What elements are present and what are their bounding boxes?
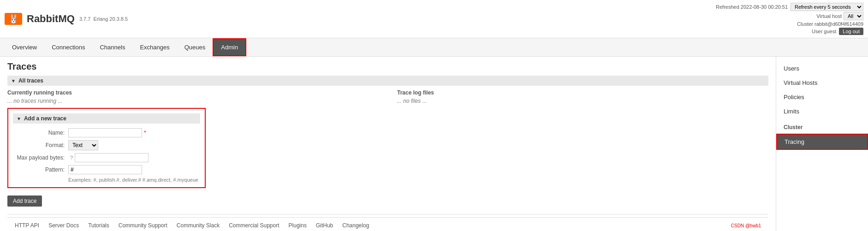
top-right-panel: Refreshed 2022-08-30 00:20:51 Refresh ev… bbox=[716, 3, 863, 35]
required-mark: * bbox=[144, 130, 146, 136]
virtual-host-row: Virtual host All bbox=[816, 12, 863, 20]
nav-admin[interactable]: Admin bbox=[213, 38, 246, 56]
format-row: Format: Text Binary bbox=[13, 140, 200, 150]
nav-channels[interactable]: Channels bbox=[92, 39, 132, 55]
refresh-row: Refreshed 2022-08-30 00:20:51 Refresh ev… bbox=[716, 3, 863, 11]
max-payload-label: Max payload bytes: bbox=[13, 154, 68, 161]
running-label: Currently running traces bbox=[7, 89, 379, 96]
sidebar: Users Virtual Hosts Policies Limits Clus… bbox=[776, 57, 868, 231]
cluster-row: Cluster rabbit@d60f4f614409 bbox=[797, 21, 863, 27]
running-traces-col: Currently running traces ... no traces r… bbox=[7, 89, 379, 104]
max-payload-row: Max payload bytes: ? bbox=[13, 153, 200, 162]
main-layout: Traces ▼ All traces Currently running tr… bbox=[0, 57, 868, 231]
footer-divider bbox=[7, 214, 768, 214]
logo-icon: 🐰 bbox=[5, 13, 22, 25]
nav-queues[interactable]: Queues bbox=[177, 39, 213, 55]
all-traces-label: All traces bbox=[18, 77, 43, 84]
sidebar-item-policies[interactable]: Policies bbox=[776, 90, 868, 104]
pattern-row: Pattern: bbox=[13, 165, 200, 174]
sidebar-item-tracing[interactable]: Tracing bbox=[776, 134, 868, 150]
help-icon[interactable]: ? bbox=[70, 155, 73, 160]
add-trace-button[interactable]: Add trace bbox=[7, 195, 42, 207]
nav-exchanges[interactable]: Exchanges bbox=[132, 39, 177, 55]
sidebar-item-virtual-hosts[interactable]: Virtual Hosts bbox=[776, 76, 868, 90]
version-text: 3.7.7 Erlang 20.3.8.5 bbox=[79, 16, 128, 22]
sidebar-cluster-header: Cluster bbox=[776, 121, 868, 134]
virtual-host-label: Virtual host bbox=[816, 13, 842, 19]
footer: HTTP API Server Docs Tutorials Community… bbox=[7, 217, 768, 231]
log-files-label: Trace log files bbox=[397, 89, 768, 96]
refreshed-text: Refreshed 2022-08-30 00:20:51 bbox=[716, 4, 788, 10]
nav-bar: Overview Connections Channels Exchanges … bbox=[0, 38, 868, 57]
traces-info: Currently running traces ... no traces r… bbox=[7, 89, 768, 104]
name-label: Name: bbox=[13, 130, 68, 136]
pattern-examples: Examples: #, publish.#, deliver.# #.amq.… bbox=[68, 177, 200, 183]
nav-overview[interactable]: Overview bbox=[5, 39, 44, 55]
log-files-value: ... no files ... bbox=[397, 98, 768, 104]
refresh-select[interactable]: Refresh every 5 seconds Refresh every 10… bbox=[791, 3, 863, 11]
user-row: User guest Log out bbox=[812, 28, 863, 35]
user-label: User guest bbox=[812, 29, 836, 34]
pattern-label: Pattern: bbox=[13, 166, 68, 173]
cluster-label: Cluster rabbit@d60f4f614409 bbox=[797, 21, 863, 27]
footer-plugins[interactable]: Plugins bbox=[289, 222, 307, 229]
footer-changelog[interactable]: Changelog bbox=[342, 222, 369, 229]
add-trace-section-header[interactable]: ▼ Add a new trace bbox=[13, 113, 200, 124]
logout-button[interactable]: Log out bbox=[839, 28, 863, 35]
format-label: Format: bbox=[13, 142, 68, 148]
logo-text: RabbitMQ bbox=[27, 13, 75, 25]
top-bar: 🐰 RabbitMQ 3.7.7 Erlang 20.3.8.5 Refresh… bbox=[0, 0, 868, 38]
footer-tutorials[interactable]: Tutorials bbox=[88, 222, 109, 229]
sidebar-item-users[interactable]: Users bbox=[776, 61, 868, 76]
pattern-input[interactable] bbox=[68, 165, 142, 174]
running-value: ... no traces running ... bbox=[7, 98, 379, 104]
format-select[interactable]: Text Binary bbox=[68, 140, 98, 150]
content-area: Traces ▼ All traces Currently running tr… bbox=[0, 57, 776, 231]
csdn-badge: CSDN @hwb1 bbox=[731, 223, 761, 228]
logo-area: 🐰 RabbitMQ 3.7.7 Erlang 20.3.8.5 bbox=[5, 13, 128, 25]
nav-connections[interactable]: Connections bbox=[44, 39, 92, 55]
add-trace-section: ▼ Add a new trace Name: * Format: Text B… bbox=[7, 108, 206, 188]
max-payload-input[interactable] bbox=[75, 153, 149, 162]
all-traces-arrow: ▼ bbox=[11, 78, 16, 83]
footer-http-api[interactable]: HTTP API bbox=[15, 222, 39, 229]
add-trace-label: Add a new trace bbox=[24, 115, 66, 122]
footer-server-docs[interactable]: Server Docs bbox=[48, 222, 79, 229]
footer-github[interactable]: GitHub bbox=[316, 222, 333, 229]
add-trace-arrow: ▼ bbox=[17, 116, 21, 121]
footer-community-support[interactable]: Community Support bbox=[119, 222, 167, 229]
name-row: Name: * bbox=[13, 128, 200, 137]
footer-community-slack[interactable]: Community Slack bbox=[177, 222, 220, 229]
name-input[interactable] bbox=[68, 128, 142, 137]
footer-commercial-support[interactable]: Commercial Support bbox=[229, 222, 279, 229]
log-files-col: Trace log files ... no files ... bbox=[397, 89, 768, 104]
page-title: Traces bbox=[7, 61, 768, 72]
virtual-host-select[interactable]: All bbox=[844, 12, 863, 20]
sidebar-item-limits[interactable]: Limits bbox=[776, 104, 868, 118]
all-traces-section-header[interactable]: ▼ All traces bbox=[7, 76, 768, 86]
